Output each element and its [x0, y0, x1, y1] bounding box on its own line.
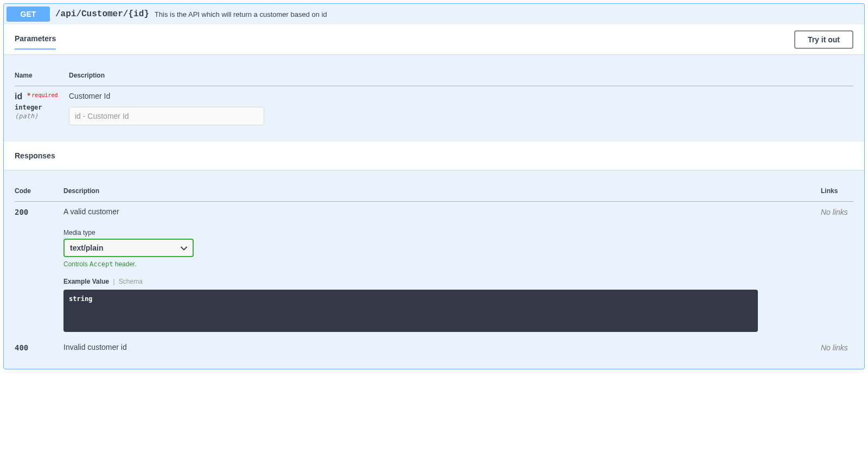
- tab-separator: |: [111, 278, 117, 285]
- response-header-links: Links: [821, 181, 853, 202]
- responses-title: Responses: [15, 146, 55, 165]
- try-it-out-button[interactable]: Try it out: [794, 30, 853, 49]
- param-header-name: Name: [15, 65, 69, 86]
- media-type-select[interactable]: text/plain: [63, 239, 194, 257]
- param-in: (path): [15, 111, 69, 120]
- param-description: Customer Id: [69, 92, 853, 100]
- response-links: No links: [821, 343, 848, 352]
- response-links: No links: [821, 208, 848, 216]
- param-header-description: Description: [69, 65, 853, 86]
- operation-summary[interactable]: GET /api/Customer/{id} This is the API w…: [4, 4, 864, 24]
- response-code: 200: [15, 208, 28, 216]
- example-value-box: string: [63, 290, 758, 332]
- param-type: integer: [15, 101, 69, 111]
- http-method-badge: GET: [7, 7, 50, 22]
- param-id-input[interactable]: [69, 107, 264, 125]
- response-description: Invalid customer id: [63, 343, 821, 351]
- parameters-header: Parameters Try it out: [4, 24, 864, 54]
- tab-schema[interactable]: Schema: [119, 278, 143, 285]
- responses-header: Responses: [4, 142, 864, 170]
- param-name: id: [15, 92, 22, 101]
- response-description: A valid customer: [63, 207, 821, 216]
- response-code: 400: [15, 343, 28, 352]
- response-header-description: Description: [63, 181, 821, 202]
- example-tabs: Example Value | Schema: [63, 278, 821, 285]
- required-star-icon: *: [25, 92, 31, 101]
- media-type-label: Media type: [63, 229, 821, 236]
- responses-body: Code Description Links 200 A valid custo…: [4, 170, 864, 369]
- endpoint-summary: This is the API which will return a cust…: [155, 10, 327, 18]
- response-row: 200 A valid customer Media type text/pla…: [15, 202, 853, 338]
- parameters-table: Name Description id *required integer (p…: [15, 65, 853, 131]
- parameters-body: Name Description id *required integer (p…: [4, 54, 864, 142]
- required-label: required: [30, 92, 58, 98]
- endpoint-path: /api/Customer/{id}: [55, 9, 149, 19]
- parameter-row: id *required integer (path) Customer Id: [15, 86, 853, 131]
- response-header-code: Code: [15, 181, 63, 202]
- operation-block: GET /api/Customer/{id} This is the API w…: [3, 3, 865, 369]
- accept-header-note: Controls Accept header.: [63, 260, 821, 268]
- parameters-title: Parameters: [15, 29, 56, 50]
- response-row: 400 Invalid customer id No links: [15, 337, 853, 358]
- responses-table: Code Description Links 200 A valid custo…: [15, 181, 853, 358]
- tab-example-value[interactable]: Example Value: [63, 278, 109, 285]
